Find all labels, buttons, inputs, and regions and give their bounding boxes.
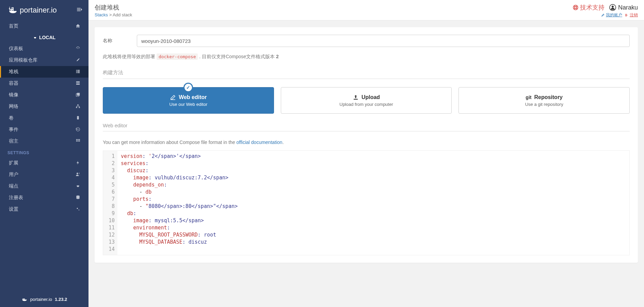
info-bold: 2 [276,54,279,59]
editor-section-title: Web editor [103,123,630,131]
database-icon [75,195,81,201]
card-repository[interactable]: git Repository Use a git repository [458,87,630,114]
svg-point-24 [77,173,78,174]
list-icon [75,69,81,75]
documentation-link[interactable]: official documentation [236,140,282,145]
breadcrumb-link[interactable]: Stacks [95,12,108,17]
svg-rect-21 [76,140,77,141]
card-title-text: Repository [534,94,563,100]
sidebar-item-networks[interactable]: 网络 [0,101,88,112]
top-header: 创建堆栈 Stacks > Add stack 技术支持 Naraku [88,0,644,20]
svg-point-31 [575,6,577,9]
upload-icon [353,94,359,100]
breadcrumb: Stacks > Add stack [95,12,573,17]
logo-icon [8,5,18,15]
sidebar-item-users[interactable]: 用户 [0,169,88,180]
sidebar-item-home[interactable]: 首页 [0,20,88,32]
svg-point-27 [79,209,79,210]
sign-out-icon [625,13,629,17]
support-text: 技术支持 [580,3,605,12]
card-title-text: Upload [361,94,380,100]
card-title-text: Web editor [179,94,207,100]
card-sub: Use our Web editor [169,102,207,107]
th-icon [75,139,81,144]
sidebar-item-stacks[interactable]: 堆栈 [0,66,88,78]
git-icon: git [526,95,531,100]
card-title: Upload [353,94,380,100]
svg-rect-22 [78,140,79,141]
sidebar-toggle-icon[interactable] [76,6,82,14]
code-editor[interactable]: 1234567891011121314 version: '2</span>'<… [103,150,630,255]
brand-logo[interactable]: portainer.io [8,5,57,15]
nav-label: 首页 [9,23,75,29]
sidebar-item-registries[interactable]: 注册表 [0,192,88,204]
svg-point-17 [77,117,79,119]
sidebar-item-volumes[interactable]: 卷 [0,112,88,124]
main: 创建堆栈 Stacks > Add stack 技术支持 Naraku [88,0,644,307]
life-ring-icon [573,4,579,11]
build-method-title: 构建方法 [103,69,630,79]
sidebar-item-dashboard[interactable]: 仪表板 [0,43,88,54]
account-text: 我的账户 [606,12,622,18]
svg-rect-14 [76,107,77,108]
svg-rect-9 [76,81,80,83]
user-name: Naraku [618,4,638,11]
svg-rect-28 [22,299,23,300]
sidebar-item-events[interactable]: 事件 [0,124,88,135]
support-link[interactable]: 技术支持 [573,3,605,12]
nav-label: 注册表 [9,195,75,201]
footer-logo-icon [21,296,28,302]
nav-label: 容器 [9,80,75,86]
svg-rect-18 [76,139,77,140]
logout-link[interactable]: 注销 [625,12,638,18]
sidebar-item-templates[interactable]: 应用模板仓库 [0,54,88,66]
nav-label: 应用模板仓库 [9,57,75,63]
sidebar-item-host[interactable]: 宿主 [0,135,88,147]
doc-post: . [283,140,284,145]
users-icon [75,172,81,178]
svg-rect-23 [79,140,80,141]
card-upload[interactable]: Upload Upload from your computer [281,87,452,114]
sidebar-footer: portainer.io 1.23.2 [0,291,88,307]
name-label: 名称 [103,38,137,44]
history-icon [75,127,81,133]
my-account-link[interactable]: 我的账户 [601,12,622,18]
logout-text: 注销 [630,12,638,18]
sidebar-item-images[interactable]: 镜像 [0,89,88,101]
svg-point-26 [77,208,78,209]
user-icon [609,4,616,11]
card-web-editor[interactable]: ✓ Web editor Use our Web editor [103,87,274,114]
name-input[interactable] [137,35,630,47]
info-pre: 此堆栈将使用等效的部署 [103,54,157,59]
rocket-icon [75,58,81,63]
home-icon [75,23,81,29]
svg-rect-29 [24,299,25,300]
svg-point-33 [612,6,614,8]
nav-label: 扩展 [9,160,75,166]
card-title: Web editor [170,94,207,100]
server-icon [75,81,81,86]
section-label: LOCAL [39,35,55,40]
page-title: 创建堆栈 [95,3,573,12]
svg-rect-2 [12,7,13,9]
content: 名称 此堆栈将使用等效的部署 docker-compose . 目前仅支持Com… [88,20,644,307]
user-menu[interactable]: Naraku [609,4,638,11]
clone-icon [75,92,81,98]
sidebar-section-local: LOCAL [0,32,88,43]
plug-icon [33,35,37,39]
nav-label: 用户 [9,172,75,178]
svg-rect-5 [76,71,77,71]
nav-label: 设置 [9,206,75,212]
sidebar-item-endpoints[interactable]: 端点 [0,180,88,192]
nav-label: 端点 [9,183,75,189]
svg-rect-4 [77,70,80,70]
sidebar-item-settings[interactable]: 设置 [0,204,88,215]
editor-description: You can get more information about Compo… [103,140,630,145]
code-content[interactable]: version: '2</span>'</span> services: dis… [117,151,629,255]
sidebar-item-extensions[interactable]: 扩展 [0,157,88,169]
card-sub: Use a git repository [525,102,563,107]
cogs-icon [75,207,81,212]
sidebar-item-containers[interactable]: 容器 [0,78,88,89]
sidebar-nav: 首页 LOCAL 仪表板 应用模板仓库 堆栈 容器 镜像 网络 卷 事件 宿主 … [0,20,88,291]
sidebar-header: portainer.io [0,0,88,20]
